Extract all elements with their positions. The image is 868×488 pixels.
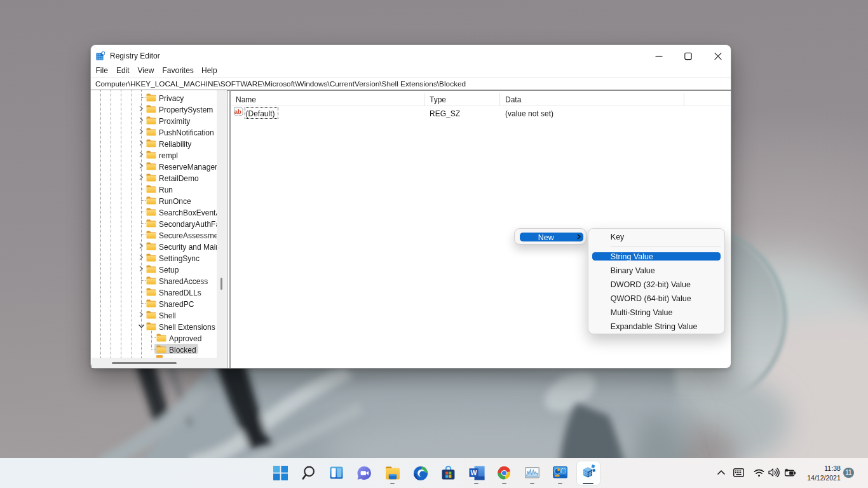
svg-text:W: W: [470, 469, 477, 477]
svg-text:ab: ab: [234, 108, 241, 115]
